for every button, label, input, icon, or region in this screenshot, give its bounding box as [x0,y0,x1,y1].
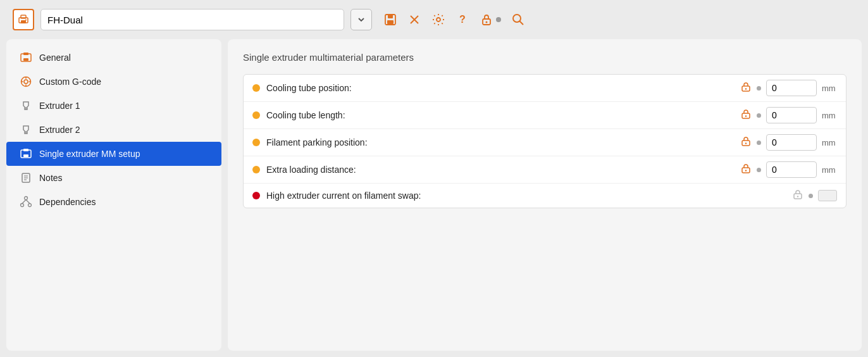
indicator-extra-loading-distance [252,166,260,173]
top-bar: ? [0,0,868,39]
chevron-down-icon [357,16,365,23]
search-button[interactable] [511,13,525,27]
unit-cooling-tube-position: mm [822,84,837,93]
indicator-cooling-tube-position [252,84,260,92]
svg-point-34 [21,204,24,207]
svg-rect-16 [23,53,28,55]
param-label-filament-parking-position: Filament parking position: [266,137,734,147]
param-row-cooling-tube-length: Cooling tube length: mm [244,102,846,129]
svg-line-36 [22,200,26,204]
lock-icon-filament-parking-position[interactable] [740,135,752,149]
dot-cooling-tube-length [757,113,761,118]
svg-point-9 [437,18,440,22]
svg-rect-5 [388,15,393,18]
general-icon [19,51,33,65]
single-extruder-mm-icon [19,147,33,161]
preset-name-input[interactable] [40,9,344,30]
indicator-filament-parking-position [252,139,260,146]
preset-icon [13,9,34,30]
param-list: Cooling tube position: mm [243,74,846,208]
svg-rect-2 [21,20,26,23]
svg-point-33 [25,197,28,200]
svg-point-47 [797,196,798,197]
svg-rect-17 [23,58,28,61]
settings-panel: Single extruder multimaterial parameters… [228,39,862,351]
save-button[interactable] [383,13,397,27]
svg-point-45 [745,170,747,171]
svg-rect-1 [21,15,26,18]
dependencies-icon [19,195,33,209]
sidebar-item-extruder2[interactable]: Extruder 2 [6,118,221,142]
param-controls-filament-parking-position: mm [740,134,837,151]
settings-button[interactable] [431,13,445,27]
svg-rect-27 [23,149,28,151]
svg-point-39 [745,88,747,89]
lock-icon-extra-loading-distance[interactable] [740,163,752,177]
param-controls-cooling-tube-length: mm [740,107,837,123]
sidebar-item-label: Extruder 2 [39,125,80,135]
param-row-cooling-tube-position: Cooling tube position: mm [244,75,846,102]
extruder2-icon [19,123,33,137]
param-row-extra-loading-distance: Extra loading distance: mm [244,156,846,184]
section-title: Single extruder multimaterial parameters [243,52,846,63]
svg-point-43 [745,142,747,144]
dropdown-button[interactable] [350,9,372,30]
param-row-filament-parking-position: Filament parking position: mm [244,129,846,156]
sidebar-item-single-extruder-mm[interactable]: Single extruder MM setup [6,142,221,166]
input-extra-loading-distance[interactable] [766,161,817,178]
lock-dot [496,17,501,22]
sidebar-item-label: Single extruder MM setup [39,149,140,159]
param-controls-cooling-tube-position: mm [740,80,837,96]
svg-text:?: ? [459,14,466,25]
discard-button[interactable] [407,13,421,27]
param-label-extra-loading-distance: Extra loading distance: [266,165,734,175]
svg-point-3 [25,20,27,21]
param-controls-high-extruder-current [792,189,837,203]
param-label-high-extruder-current: High extruder current on filament swap: [266,191,786,201]
input-cooling-tube-length[interactable] [766,107,817,123]
sidebar: General Custom G-code [6,39,221,351]
input-filament-parking-position[interactable] [766,134,817,151]
sidebar-item-notes[interactable]: Notes [6,166,221,190]
svg-point-19 [24,80,28,84]
custom-gcode-icon [19,75,33,89]
svg-point-13 [513,15,521,22]
sidebar-item-custom-gcode[interactable]: Custom G-code [6,70,221,94]
lock-button[interactable] [480,13,493,27]
toggle-high-extruder-current[interactable] [818,190,837,201]
toolbar-icons: ? [383,13,525,27]
sidebar-item-label: Custom G-code [39,77,101,87]
indicator-cooling-tube-length [252,111,260,119]
lock-group [480,13,501,27]
param-label-cooling-tube-position: Cooling tube position: [266,83,734,93]
sidebar-item-label: General [39,53,71,63]
dot-extra-loading-distance [757,168,761,172]
dot-high-extruder-current [809,194,813,198]
unit-filament-parking-position: mm [822,138,837,147]
svg-rect-6 [387,20,394,24]
unit-cooling-tube-length: mm [822,111,837,120]
sidebar-item-label: Extruder 1 [39,101,80,111]
lock-icon-high-extruder-current[interactable] [792,189,803,203]
sidebar-item-general[interactable]: General [6,46,221,70]
param-controls-extra-loading-distance: mm [740,161,837,178]
app-container: ? [0,0,868,357]
lock-icon-cooling-tube-length[interactable] [740,108,752,122]
svg-point-41 [745,115,747,116]
svg-line-14 [520,22,524,25]
extruder1-icon [19,99,33,113]
input-cooling-tube-position[interactable] [766,80,817,96]
printer-icon [18,14,29,25]
svg-rect-28 [23,154,28,157]
indicator-high-extruder-current [252,192,260,199]
dot-cooling-tube-position [757,86,761,91]
svg-line-37 [26,200,30,204]
sidebar-item-label: Dependencies [39,197,96,207]
dot-filament-parking-position [757,141,761,145]
help-button[interactable]: ? [456,13,469,27]
main-content: General Custom G-code [0,39,868,357]
sidebar-item-dependencies[interactable]: Dependencies [6,190,221,214]
unit-extra-loading-distance: mm [822,165,837,175]
lock-icon-cooling-tube-position[interactable] [740,81,752,95]
sidebar-item-extruder1[interactable]: Extruder 1 [6,94,221,118]
